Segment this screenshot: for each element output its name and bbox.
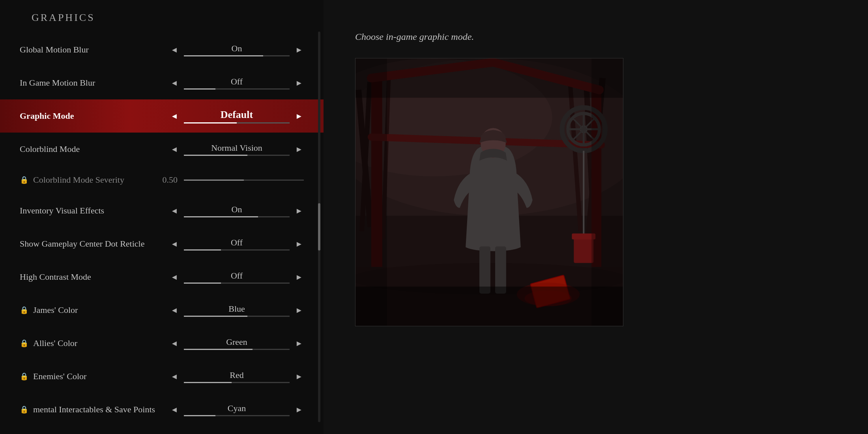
setting-label: Inventory Visual Effects — [20, 206, 170, 216]
setting-row-show-gameplay-center-dot-reticle[interactable]: Show Gameplay Center Dot Reticle ◄ Off ► — [0, 227, 324, 260]
setting-label: 🔒 mental Interactables & Save Points — [20, 404, 170, 415]
slider-fill — [184, 316, 247, 317]
value-display: Cyan — [184, 403, 290, 416]
value-text: On — [184, 204, 290, 215]
slider-bar — [184, 282, 290, 284]
description-text: Choose in-game graphic mode. — [355, 32, 474, 42]
setting-row-colorblind-mode[interactable]: Colorblind Mode ◄ Normal Vision ► — [0, 133, 324, 166]
setting-label: Global Motion Blur — [20, 45, 170, 55]
setting-control: ◄ Blue ► — [170, 304, 304, 317]
value-text: Off — [184, 238, 290, 248]
slider-bar — [184, 122, 290, 123]
value-text: Cyan — [184, 403, 290, 413]
slider-fill — [184, 155, 247, 156]
arrow-left-btn[interactable]: ◄ — [170, 405, 179, 414]
value-display: On — [184, 43, 290, 56]
setting-row-graphic-mode[interactable]: Graphic Mode ◄ Default ► — [0, 99, 324, 133]
slider-fill — [184, 415, 215, 416]
setting-control: ◄ Off ► — [170, 238, 304, 251]
arrow-left-btn[interactable]: ◄ — [170, 339, 179, 348]
slider-bar — [184, 349, 290, 350]
arrow-right-btn[interactable]: ► — [294, 145, 304, 154]
value-display: Normal Vision — [184, 143, 290, 156]
slider-bar — [184, 216, 290, 217]
severity-value: 0.50 — [154, 175, 178, 185]
setting-row-in-game-motion-blur[interactable]: In Game Motion Blur ◄ Off ► — [0, 66, 324, 99]
slider-fill — [184, 122, 237, 123]
arrow-left-btn[interactable]: ◄ — [170, 206, 179, 215]
setting-label: In Game Motion Blur — [20, 78, 170, 88]
setting-row-inventory-visual-effects[interactable]: Inventory Visual Effects ◄ On ► — [0, 194, 324, 227]
slider-fill — [184, 216, 258, 217]
arrow-right-btn[interactable]: ► — [294, 112, 304, 121]
arrow-right-btn[interactable]: ► — [294, 79, 304, 88]
svg-rect-36 — [355, 286, 623, 326]
setting-row-colorblind-severity: 🔒 Colorblind Mode Severity 0.50 — [0, 166, 324, 194]
slider-bar — [184, 55, 290, 56]
value-text: Normal Vision — [184, 143, 290, 153]
setting-label: High Contrast Mode — [20, 272, 170, 282]
scrollbar[interactable] — [318, 32, 320, 422]
lock-icon: 🔒 — [20, 176, 28, 184]
arrow-left-btn[interactable]: ◄ — [170, 372, 179, 381]
arrow-right-btn[interactable]: ► — [294, 239, 304, 249]
arrow-left-btn[interactable]: ◄ — [170, 273, 179, 282]
value-display: Red — [184, 370, 290, 383]
arrow-left-btn[interactable]: ◄ — [170, 306, 179, 315]
slider-bar — [184, 415, 290, 416]
severity-slider-container — [184, 180, 304, 181]
lock-icon: 🔒 — [20, 405, 28, 414]
slider-fill — [184, 249, 221, 251]
setting-control: ◄ Off ► — [170, 77, 304, 90]
value-display: Off — [184, 238, 290, 251]
arrow-left-btn[interactable]: ◄ — [170, 239, 179, 249]
value-display: Off — [184, 77, 290, 90]
arrow-left-btn[interactable]: ◄ — [170, 45, 179, 54]
value-text: Off — [184, 271, 290, 281]
value-text: Blue — [184, 304, 290, 314]
setting-label: 🔒 James' Color — [20, 305, 170, 315]
preview-image — [355, 58, 623, 326]
slider-fill — [184, 382, 232, 383]
setting-row-global-motion-blur[interactable]: Global Motion Blur ◄ On ► — [0, 33, 324, 66]
setting-row-high-contrast-mode[interactable]: High Contrast Mode ◄ Off ► — [0, 260, 324, 294]
svg-rect-37 — [355, 58, 387, 326]
setting-control: ◄ Off ► — [170, 271, 304, 284]
setting-control: ◄ Red ► — [170, 370, 304, 383]
setting-row-allies-color[interactable]: 🔒 Allies' Color ◄ Green ► — [0, 327, 324, 360]
arrow-right-btn[interactable]: ► — [294, 206, 304, 215]
arrow-right-btn[interactable]: ► — [294, 372, 304, 381]
scrollbar-thumb — [318, 203, 320, 251]
arrow-right-btn[interactable]: ► — [294, 405, 304, 414]
setting-control: ◄ Cyan ► — [170, 403, 304, 416]
setting-control: ◄ Normal Vision ► — [170, 143, 304, 156]
svg-rect-34 — [355, 58, 623, 326]
slider-bar — [184, 88, 290, 90]
slider-fill — [184, 55, 263, 56]
arrow-left-btn[interactable]: ◄ — [170, 79, 179, 88]
arrow-right-btn[interactable]: ► — [294, 339, 304, 348]
value-text: On — [184, 43, 290, 54]
setting-row-environment-color[interactable]: 🔒 Environment Color ◄ On ► — [0, 426, 324, 434]
value-text: Green — [184, 337, 290, 347]
arrow-right-btn[interactable]: ► — [294, 45, 304, 54]
lock-icon: 🔒 — [20, 339, 28, 348]
setting-row-enemies-color[interactable]: 🔒 Enemies' Color ◄ Red ► — [0, 360, 324, 393]
value-display: Blue — [184, 304, 290, 317]
lock-icon: 🔒 — [20, 306, 28, 314]
arrow-right-btn[interactable]: ► — [294, 306, 304, 315]
arrow-left-btn[interactable]: ◄ — [170, 145, 179, 154]
setting-row-mental-interactables[interactable]: 🔒 mental Interactables & Save Points ◄ C… — [0, 393, 324, 426]
setting-control: ◄ On ► — [170, 204, 304, 217]
lock-icon: 🔒 — [20, 372, 28, 381]
arrow-right-btn[interactable]: ► — [294, 273, 304, 282]
settings-list: Global Motion Blur ◄ On ► In Game Motion… — [0, 33, 324, 434]
setting-label: Graphic Mode — [20, 111, 170, 121]
slider-bar — [184, 316, 290, 317]
arrow-left-btn[interactable]: ◄ — [170, 112, 179, 121]
value-text: Red — [184, 370, 290, 380]
setting-row-james-color[interactable]: 🔒 James' Color ◄ Blue ► — [0, 294, 324, 327]
value-display: Off — [184, 271, 290, 284]
setting-label: Show Gameplay Center Dot Reticle — [20, 239, 170, 249]
setting-control: ◄ Default ► — [170, 109, 304, 123]
